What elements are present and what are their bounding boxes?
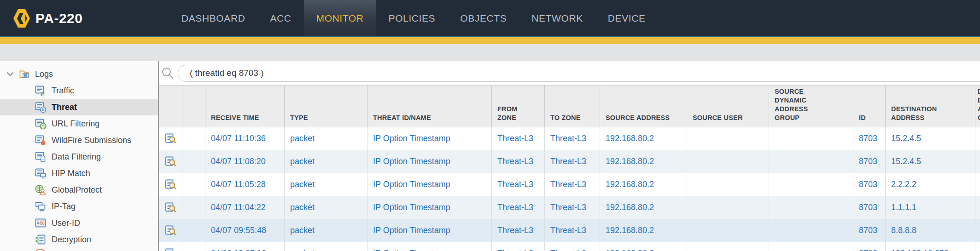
col-header-from-zone[interactable]: FROM ZONE: [492, 86, 545, 127]
nav-tab-acc[interactable]: ACC: [257, 0, 303, 36]
cell-from-zone[interactable]: Threat-L3: [492, 219, 545, 242]
sidebar-item-decryption[interactable]: Decryption: [0, 231, 158, 248]
log-detail-icon[interactable]: [159, 196, 182, 219]
cell-type[interactable]: packet: [285, 219, 368, 242]
cell-receive-time[interactable]: 04/07 11:04:22: [205, 196, 285, 219]
nav-tab-dashboard[interactable]: DASHBOARD: [169, 0, 257, 36]
col-header-type[interactable]: TYPE: [285, 86, 368, 127]
table-row[interactable]: 04/07 11:10:36packetIP Option TimestampT…: [159, 127, 980, 150]
cell-type[interactable]: packet: [285, 127, 368, 150]
cell-to-zone[interactable]: Threat-L3: [545, 219, 600, 242]
sidebar-item-ip-tag[interactable]: IP-Tag: [0, 198, 158, 215]
cell-from-zone[interactable]: Threat-L3: [492, 196, 545, 219]
cell-source-address[interactable]: 192.168.80.2: [600, 150, 687, 173]
hip-match-log-icon: [35, 167, 47, 179]
cell-destination-address[interactable]: 2.2.2.2: [886, 173, 975, 196]
cell-threat-id-name[interactable]: IP Option Timestamp: [368, 127, 492, 150]
log-detail-icon[interactable]: [159, 127, 182, 150]
sidebar-item-wildfire-submissions[interactable]: WildFire Submissions: [0, 132, 158, 148]
cell-source-address[interactable]: 192.168.80.2: [600, 173, 687, 196]
cell-threat-id-name[interactable]: IP Option Timestamp: [368, 242, 492, 251]
col-header-source-user[interactable]: SOURCE USER: [687, 86, 769, 127]
col-header-threat-id-name[interactable]: THREAT ID/NAME: [368, 86, 492, 127]
nav-tab-policies[interactable]: POLICIES: [376, 0, 448, 36]
cell-id[interactable]: 8703: [853, 127, 886, 150]
cell-from-zone[interactable]: Threat-L3: [492, 173, 545, 196]
cell-id[interactable]: 8703: [853, 150, 886, 173]
cell-to-zone[interactable]: Threat-L3: [545, 242, 600, 251]
cell-threat-id-name[interactable]: IP Option Timestamp: [368, 196, 492, 219]
nav-tab-monitor[interactable]: MONITOR: [304, 0, 376, 36]
col-header-source-dynamic-address-group[interactable]: SOURCE DYNAMIC ADDRESS GROUP: [769, 86, 853, 127]
cell-threat-id-name[interactable]: IP Option Timestamp: [368, 219, 492, 242]
cell-destination-address[interactable]: 15.2.4.5: [886, 127, 975, 150]
sidebar-item-label: URL Filtering: [52, 119, 99, 129]
cell-destination-address[interactable]: 192.168.10.252: [886, 242, 975, 251]
log-detail-icon[interactable]: [159, 150, 182, 173]
cell-source-address[interactable]: 192.168.80.2: [600, 196, 687, 219]
table-row[interactable]: 04/07 11:05:28packetIP Option TimestampT…: [159, 173, 980, 196]
top-nav-bar: PA-220 DASHBOARDACCMONITORPOLICIESOBJECT…: [0, 0, 980, 37]
sidebar-item-user-id[interactable]: User-ID: [0, 215, 158, 231]
cell-destination-address[interactable]: 8.8.8.8: [886, 219, 975, 242]
cell-receive-time[interactable]: 04/07 11:08:20: [205, 150, 285, 173]
cell-flag: [182, 173, 205, 196]
cell-id[interactable]: 8703: [853, 242, 886, 251]
col-header-destination-address[interactable]: DESTINATION ADDRESS: [886, 86, 975, 127]
cell-to-zone[interactable]: Threat-L3: [545, 173, 600, 196]
sidebar-item-url-filtering[interactable]: URL Filtering: [0, 115, 158, 132]
sidebar-item-threat[interactable]: Threat: [0, 99, 158, 115]
log-detail-icon[interactable]: [159, 219, 182, 242]
cell-destination-address[interactable]: 1.1.1.1: [886, 196, 975, 219]
log-detail-icon[interactable]: [159, 242, 182, 251]
table-row[interactable]: 04/07 11:04:22packetIP Option TimestampT…: [159, 196, 980, 219]
cell-threat-id-name[interactable]: IP Option Timestamp: [368, 173, 492, 196]
sidebar-item-label: WildFire Submissions: [52, 136, 131, 145]
cell-receive-time[interactable]: 04/07 11:05:28: [205, 173, 285, 196]
col-header-source-address[interactable]: SOURCE ADDRESS: [600, 86, 687, 127]
cell-source-dynamic-address-group: [769, 127, 853, 150]
col-header-id[interactable]: ID: [853, 86, 886, 127]
nav-tab-device[interactable]: DEVICE: [595, 0, 658, 36]
cell-type[interactable]: packet: [285, 196, 368, 219]
sidebar-item-hip-match[interactable]: HIP Match: [0, 165, 158, 182]
cell-id[interactable]: 8703: [853, 173, 886, 196]
cell-source-address[interactable]: 192.168.80.2: [600, 219, 687, 242]
cell-type[interactable]: packet: [285, 173, 368, 196]
table-row[interactable]: 04/07 11:08:20packetIP Option TimestampT…: [159, 150, 980, 173]
table-row[interactable]: 04/06 18:07:18packetIP Option TimestampT…: [159, 242, 980, 251]
cell-to-zone[interactable]: Threat-L3: [545, 196, 600, 219]
cell-id[interactable]: 8703: [853, 219, 886, 242]
sidebar-item-traffic[interactable]: Traffic: [0, 82, 158, 99]
cell-receive-time[interactable]: 04/07 09:55:48: [205, 219, 285, 242]
nav-tab-objects[interactable]: OBJECTS: [448, 0, 519, 36]
sidebar-item-logs[interactable]: Logs: [0, 66, 158, 82]
cell-id[interactable]: 8703: [853, 196, 886, 219]
cell-destination-address[interactable]: 15.2.4.5: [886, 150, 975, 173]
cell-source-address[interactable]: 192.168.80.2: [600, 127, 687, 150]
cell-to-zone[interactable]: Threat-L3: [545, 127, 600, 150]
cell-from-zone[interactable]: Threat-L3: [492, 150, 545, 173]
nav-tab-network[interactable]: NETWORK: [519, 0, 595, 36]
user-id-log-icon: [35, 217, 47, 229]
col-header-receive-time[interactable]: RECEIVE TIME: [205, 86, 285, 127]
cell-to-zone[interactable]: Threat-L3: [545, 150, 600, 173]
cell-threat-id-name[interactable]: IP Option Timestamp: [368, 150, 492, 173]
cell-receive-time[interactable]: 04/06 18:07:18: [205, 242, 285, 251]
chevron-down-icon[interactable]: [6, 72, 14, 77]
col-header-destination-dynamic-address-group[interactable]: DESTINATION DYNAMIC ADDRESS GROUP: [975, 86, 980, 127]
sidebar-item-globalprotect[interactable]: GlobalProtect: [0, 182, 158, 198]
cell-from-zone[interactable]: Threat-L3: [492, 242, 545, 251]
log-filter-input[interactable]: ( threatid eq 8703 ): [178, 65, 980, 82]
cell-type[interactable]: packet: [285, 150, 368, 173]
sidebar-item-data-filtering[interactable]: Data Filtering: [0, 148, 158, 165]
cell-source-dynamic-address-group: [769, 150, 853, 173]
table-row[interactable]: 04/07 09:55:48packetIP Option TimestampT…: [159, 219, 980, 242]
cell-receive-time[interactable]: 04/07 11:10:36: [205, 127, 285, 150]
cell-source-address[interactable]: 192.168.80.2: [600, 242, 687, 251]
log-detail-icon[interactable]: [159, 173, 182, 196]
col-header-to-zone[interactable]: TO ZONE: [545, 86, 600, 127]
cell-from-zone[interactable]: Threat-L3: [492, 127, 545, 150]
cell-type[interactable]: packet: [285, 242, 368, 251]
main-nav: DASHBOARDACCMONITORPOLICIESOBJECTSNETWOR…: [169, 0, 658, 36]
